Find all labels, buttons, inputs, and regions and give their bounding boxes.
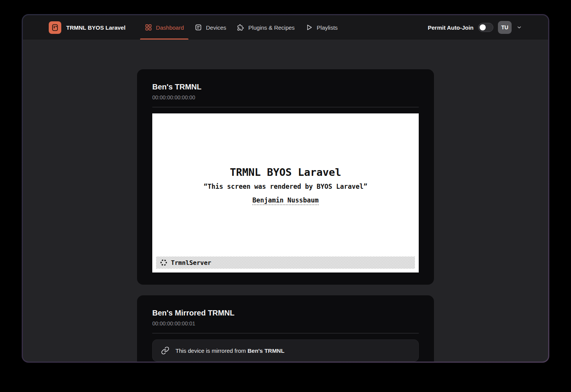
permit-auto-join-toggle[interactable] bbox=[478, 23, 493, 32]
dashboard-content: Ben's TRMNL 00:00:00:00:00:00 TRMNL BYOS… bbox=[23, 40, 548, 362]
device-mac-address: 00:00:00:00:00:01 bbox=[152, 320, 419, 327]
play-icon bbox=[305, 24, 313, 31]
nav-item-label: Playlists bbox=[317, 24, 338, 31]
device-mac-address: 00:00:00:00:00:00 bbox=[152, 94, 419, 101]
eink-status-bar: TrmnlServer bbox=[156, 257, 415, 269]
list-panel-icon bbox=[195, 24, 202, 31]
device-card-bens-trmnl: Ben's TRMNL 00:00:00:00:00:00 TRMNL BYOS… bbox=[137, 69, 434, 285]
eink-screen-preview: TRMNL BYOS Laravel “This screen was rend… bbox=[152, 113, 419, 272]
eink-status-label: TrmnlServer bbox=[171, 259, 211, 266]
trmnl-device-icon bbox=[51, 23, 59, 32]
nav-item-label: Plugins & Recipes bbox=[248, 24, 295, 31]
app-name: TRMNL BYOS Laravel bbox=[66, 24, 126, 31]
device-card-bens-mirrored-trmnl: Ben's Mirrored TRMNL 00:00:00:00:00:01 T… bbox=[137, 295, 434, 362]
nav-item-playlists[interactable]: Playlists bbox=[300, 15, 343, 40]
eink-quote: “This screen was rendered by BYOS Larave… bbox=[152, 183, 419, 190]
chevron-down-icon bbox=[516, 24, 522, 30]
mirror-note: This device is mirrored from Ben's TRMNL bbox=[152, 339, 419, 362]
device-name: Ben's TRMNL bbox=[152, 81, 419, 92]
avatar[interactable]: TU bbox=[498, 21, 512, 34]
navbar-inner: TRMNL BYOS Laravel Dashboard bbox=[49, 15, 522, 40]
app-window-frame: TRMNL BYOS Laravel Dashboard bbox=[22, 14, 549, 363]
nav-item-label: Devices bbox=[206, 24, 226, 31]
permit-auto-join-label: Permit Auto-Join bbox=[428, 24, 474, 31]
mirror-source-device: Ben's TRMNL bbox=[247, 347, 284, 354]
link-icon bbox=[161, 346, 169, 355]
nav-items: Dashboard Devices bbox=[139, 15, 343, 40]
navbar: TRMNL BYOS Laravel Dashboard bbox=[23, 15, 548, 40]
account-menu-button[interactable] bbox=[516, 24, 522, 30]
divider bbox=[152, 107, 419, 107]
nav-right-group: Permit Auto-Join TU bbox=[428, 21, 522, 34]
device-name: Ben's Mirrored TRMNL bbox=[152, 308, 419, 318]
spinner-icon bbox=[160, 259, 167, 266]
app-logo[interactable] bbox=[49, 21, 61, 34]
nav-item-label: Dashboard bbox=[156, 24, 184, 31]
mirror-note-text: This device is mirrored from Ben's TRMNL bbox=[175, 347, 284, 354]
app-window: TRMNL BYOS Laravel Dashboard bbox=[23, 15, 548, 362]
nav-item-dashboard[interactable]: Dashboard bbox=[139, 15, 189, 40]
divider bbox=[152, 333, 419, 333]
puzzle-icon bbox=[237, 24, 244, 31]
grid-icon bbox=[145, 24, 152, 31]
nav-item-devices[interactable]: Devices bbox=[189, 15, 231, 40]
nav-item-plugins-recipes[interactable]: Plugins & Recipes bbox=[231, 15, 300, 40]
eink-title: TRMNL BYOS Laravel bbox=[152, 113, 419, 178]
eink-author-link: Benjamin Nussbaum bbox=[252, 196, 319, 205]
toggle-knob bbox=[480, 24, 486, 30]
